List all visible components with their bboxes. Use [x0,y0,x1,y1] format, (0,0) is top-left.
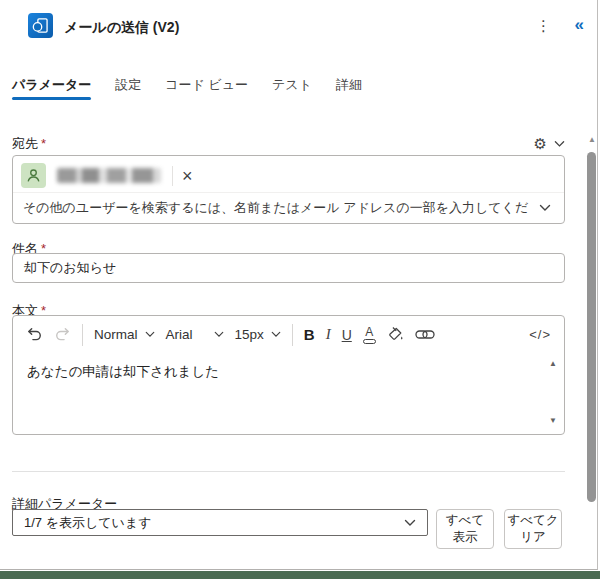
show-all-button[interactable]: すべて 表示 [436,509,494,549]
tab-label: コード ビュー [165,77,248,92]
tab-test[interactable]: テスト [272,78,312,100]
tab-parameters[interactable]: パラメーター [12,78,91,100]
chevron-down-icon [271,331,281,338]
panel-title: メールの送信 (V2) [64,19,179,37]
italic-button[interactable]: I [326,327,331,342]
font-color-bar [363,339,376,344]
person-icon [21,163,46,188]
redo-button[interactable] [54,326,71,343]
bottom-edge-bar [0,571,600,579]
section-divider [12,471,565,472]
tab-label: テスト [272,77,312,92]
body-rich-text-editor[interactable]: Normal Arial 15px B I U A [12,315,565,435]
subject-value: 却下のお知らせ [24,259,116,277]
gear-icon[interactable]: ⚙ [534,136,547,151]
toolbar-divider [292,324,293,346]
undo-button[interactable] [26,326,43,343]
tab-code-view[interactable]: コード ビュー [165,78,248,100]
action-panel: メールの送信 (V2) ⋮ « パラメーター 設定 コード ビュー テスト 詳細… [0,0,598,570]
panel-scroll-up-icon[interactable]: ▲ [587,135,597,144]
clear-all-button[interactable]: すべてク リア [504,509,562,549]
show-all-line1: すべて [446,512,484,530]
to-field-options[interactable]: ⚙ [534,136,565,151]
tab-bar: パラメーター 設定 コード ビュー テスト 詳細 [12,78,362,100]
underline-button[interactable]: U [342,328,352,342]
chevron-down-icon [145,331,155,338]
body-text[interactable]: あなたの申請は却下されました [13,353,564,381]
tab-label: パラメーター [12,77,91,92]
recipient-search-placeholder: その他のユーザーを検索するには、名前またはメール アドレスの一部を入力してくだ [23,199,531,217]
recipient-chip-row: × [13,156,564,192]
advanced-parameters-select[interactable]: 1/7 を表示しています [12,509,428,536]
tab-label: 詳細 [336,77,362,92]
collapse-panel-button[interactable]: « [575,15,584,35]
chevron-down-icon[interactable] [539,204,551,212]
required-asterisk: * [41,137,46,150]
to-label: 宛先 [12,137,38,150]
font-color-button[interactable]: A [363,326,376,344]
tab-settings[interactable]: 設定 [115,78,141,100]
tab-about[interactable]: 詳細 [336,78,362,100]
show-all-line2: 表示 [453,529,478,547]
clear-all-line1: すべてク [507,512,558,530]
highlight-color-button[interactable] [387,326,404,343]
to-label-row: 宛先 * ⚙ [12,136,565,151]
bold-button[interactable]: B [304,327,315,342]
tab-label: 設定 [115,77,141,92]
rich-text-toolbar: Normal Arial 15px B I U A [13,316,564,353]
recipient-name-redacted [57,168,161,183]
advanced-parameters-value: 1/7 を表示しています [24,514,152,532]
outlook-icon [28,13,53,38]
font-family-dropdown[interactable]: Arial [166,327,224,342]
paragraph-style-value: Normal [94,327,138,342]
code-view-button[interactable]: </> [529,327,551,342]
toolbar-divider [82,324,83,346]
more-options-button[interactable]: ⋮ [536,17,551,35]
clear-all-line2: リア [520,529,546,547]
link-button[interactable] [415,328,435,341]
paragraph-style-dropdown[interactable]: Normal [94,327,155,342]
editor-scroll-down-icon[interactable]: ▼ [549,416,557,425]
font-size-dropdown[interactable]: 15px [235,327,281,342]
chevron-down-icon[interactable] [554,140,565,148]
recipient-chip[interactable]: × [21,162,193,189]
chevron-down-icon [214,331,224,338]
font-size-value: 15px [235,327,264,342]
panel-scrollbar-thumb[interactable] [587,152,596,502]
recipient-search-row[interactable]: その他のユーザーを検索するには、名前またはメール アドレスの一部を入力してくだ [13,192,564,223]
subject-input[interactable]: 却下のお知らせ [12,253,565,283]
remove-recipient-button[interactable]: × [182,167,193,185]
chip-divider [172,166,173,186]
font-color-letter: A [365,326,373,338]
chevron-down-icon [404,519,416,527]
editor-scroll-up-icon[interactable]: ▲ [549,359,557,368]
font-family-value: Arial [166,327,193,342]
to-field[interactable]: × その他のユーザーを検索するには、名前またはメール アドレスの一部を入力してく… [12,155,565,224]
